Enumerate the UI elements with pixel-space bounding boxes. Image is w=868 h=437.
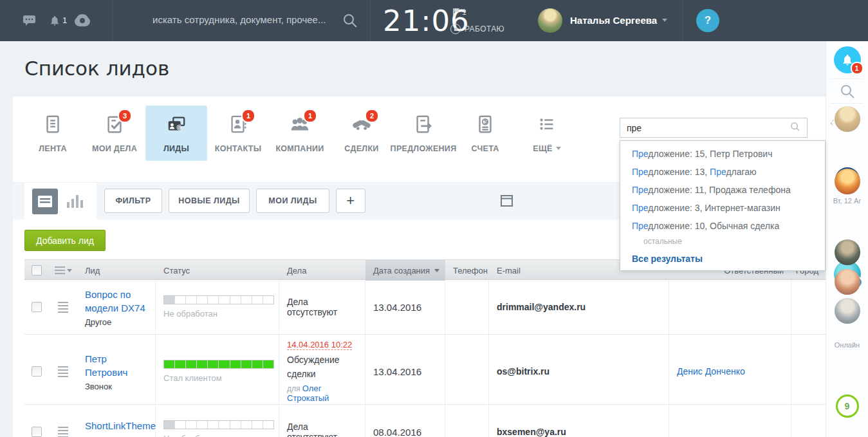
no-activities-text: Дела отсутствуют bbox=[287, 422, 357, 437]
notifications-bell-icon[interactable] bbox=[49, 14, 60, 30]
tab-quotes[interactable]: ПРЕДЛОЖЕНИЯ bbox=[392, 106, 454, 161]
created-date-cell: 08.04.2016 bbox=[365, 405, 445, 437]
stop-icon bbox=[450, 24, 461, 34]
city-cell bbox=[791, 280, 826, 334]
list-view-button[interactable] bbox=[32, 189, 58, 214]
sidebar-user-avatar[interactable] bbox=[835, 169, 860, 194]
row-actions-menu-icon[interactable] bbox=[58, 302, 68, 313]
sidebar-user-avatar[interactable] bbox=[835, 298, 860, 324]
invoices-icon: S bbox=[474, 114, 497, 137]
tab-label: МОИ ДЕЛА bbox=[92, 144, 137, 153]
topbar-divider bbox=[682, 0, 683, 41]
user-name: Наталья Сергеева bbox=[570, 15, 657, 26]
row-checkbox[interactable] bbox=[32, 366, 42, 377]
column-header-created-label: Дата создания bbox=[373, 266, 430, 275]
email-cell: bxsemen@ya.ru bbox=[489, 405, 669, 437]
crm-search-icon[interactable] bbox=[790, 122, 800, 134]
add-preset-button[interactable]: + bbox=[336, 189, 365, 213]
activity-datetime-link[interactable]: 14.04.2016 10:22 bbox=[287, 340, 352, 350]
activity-cell: 14.04.2016 10:22Обсуждение сделкидля Оле… bbox=[279, 335, 365, 408]
table-row: Вопрос по модели DX74Другое Не обработан… bbox=[24, 280, 826, 335]
chart-view-button[interactable] bbox=[67, 195, 83, 208]
tab-badge: 1 bbox=[241, 109, 255, 123]
row-actions-menu-icon[interactable] bbox=[58, 427, 68, 437]
column-header-status[interactable]: Статус bbox=[156, 260, 279, 281]
sidebar-user-avatar[interactable] bbox=[835, 106, 860, 132]
plan-flag[interactable]: 1 bbox=[453, 8, 466, 17]
tab-my-tasks[interactable]: 3 МОИ ДЕЛА bbox=[84, 106, 145, 161]
preset-my-leads-button[interactable]: МОИ ЛИДЫ bbox=[256, 189, 329, 213]
sidebar-divider bbox=[831, 79, 863, 79]
activity-cell: Дела отсутствуют bbox=[279, 405, 365, 437]
search-suggestion[interactable]: Предложение: 11, Продажа телефона bbox=[620, 181, 825, 199]
global-search-input[interactable]: искать сотрудника, документ, прочее... bbox=[152, 14, 326, 25]
tab-badge: 2 bbox=[365, 109, 379, 123]
sidebar-search-icon[interactable] bbox=[840, 84, 855, 102]
sidebar-notifications-button[interactable]: 1 bbox=[834, 46, 861, 73]
column-header-phone[interactable]: Телефон bbox=[445, 260, 489, 281]
status-label: Не обработан bbox=[163, 434, 271, 437]
work-status-label: РАБОТАЮ bbox=[465, 24, 504, 33]
view-toggle bbox=[24, 183, 97, 219]
tab-leads[interactable]: @ ЛИДЫ bbox=[145, 106, 207, 161]
quotes-icon bbox=[412, 114, 435, 137]
sidebar-user-avatar[interactable] bbox=[835, 269, 860, 295]
tab-invoices[interactable]: S СЧЕТА bbox=[454, 106, 516, 161]
chat-icon[interactable] bbox=[23, 15, 35, 29]
row-actions-menu-icon[interactable] bbox=[58, 366, 68, 377]
crm-search-input[interactable]: пре bbox=[620, 118, 808, 138]
sidebar-divider bbox=[831, 103, 863, 104]
tab-contacts[interactable]: 1 КОНТАКТЫ bbox=[207, 106, 269, 161]
online-users-counter[interactable]: 9 bbox=[836, 395, 859, 418]
calendar-icon[interactable] bbox=[501, 195, 513, 209]
bitrix24-crm-screen: 1 искать сотрудника, документ, прочее...… bbox=[0, 0, 868, 437]
global-search-icon[interactable] bbox=[342, 13, 358, 31]
drive-cloud-icon[interactable] bbox=[75, 14, 90, 29]
svg-text:@: @ bbox=[176, 123, 181, 129]
search-suggestion[interactable]: Предложение: 13, Предлагаю bbox=[620, 163, 825, 181]
tab-label: КОМПАНИИ bbox=[275, 144, 324, 153]
sort-desc-icon bbox=[434, 269, 439, 272]
row-checkbox[interactable] bbox=[32, 427, 42, 437]
help-button[interactable]: ? bbox=[696, 9, 719, 32]
svg-text:S: S bbox=[484, 118, 488, 125]
city-cell bbox=[791, 405, 826, 437]
preset-new-leads-button[interactable]: НОВЫЕ ЛИДЫ bbox=[169, 189, 250, 213]
lead-link[interactable]: Петр Петрович bbox=[85, 352, 147, 379]
add-lead-button[interactable]: Добавить лид bbox=[24, 230, 106, 251]
more-icon bbox=[535, 114, 559, 137]
leads-icon: @ bbox=[165, 114, 188, 137]
lead-source: Другое bbox=[85, 317, 147, 327]
select-all-checkbox[interactable] bbox=[32, 265, 42, 275]
activity-cell: Дела отсутствуют bbox=[279, 280, 365, 334]
column-header-activities[interactable]: Дела bbox=[279, 260, 365, 281]
status-label: Не обработан bbox=[163, 309, 271, 319]
deals-icon: 2 bbox=[350, 114, 373, 137]
column-header-created-sorted[interactable]: Дата создания bbox=[365, 260, 445, 281]
topbar: 1 искать сотрудника, документ, прочее...… bbox=[0, 0, 868, 41]
all-results-link[interactable]: Все результаты bbox=[620, 249, 825, 265]
right-sidebar: 1 24 Вт, 12 Аг 9 Онлайн + bbox=[826, 41, 868, 437]
table-settings-menu[interactable] bbox=[55, 266, 72, 274]
search-suggestion[interactable]: Предложение: 10, Обычная сделка bbox=[620, 217, 825, 235]
activity-person-link[interactable]: Олег Строкатый bbox=[287, 384, 329, 403]
companies-icon: 1 bbox=[288, 114, 311, 137]
work-status-toggle[interactable]: РАБОТАЮ bbox=[450, 24, 504, 34]
tab-companies[interactable]: 1 КОМПАНИИ bbox=[269, 106, 331, 161]
lead-link[interactable]: Вопрос по модели DX74 bbox=[85, 288, 147, 315]
tab-label: КОНТАКТЫ bbox=[215, 144, 261, 153]
column-header-lead[interactable]: Лид bbox=[77, 260, 156, 281]
tab-more[interactable]: ЕЩЁ bbox=[516, 106, 578, 161]
search-suggestion[interactable]: Предложение: 15, Петр Петрович bbox=[620, 145, 825, 163]
user-menu[interactable]: Наталья Сергеева bbox=[570, 15, 667, 26]
row-checkbox[interactable] bbox=[32, 302, 42, 312]
search-suggestion[interactable]: Предложение: 3, Интернет-магазин bbox=[620, 199, 825, 217]
suggestions-more[interactable]: остальные bbox=[620, 235, 825, 249]
filter-button[interactable]: ФИЛЬТР bbox=[104, 189, 162, 213]
user-avatar[interactable] bbox=[538, 8, 562, 33]
sidebar-user-avatar[interactable] bbox=[835, 239, 860, 265]
tab-feed[interactable]: ЛЕНТА bbox=[22, 106, 84, 161]
tab-deals[interactable]: 2 СДЕЛКИ bbox=[331, 106, 392, 161]
responsible-link[interactable]: Денис Донченко bbox=[677, 366, 783, 377]
lead-link[interactable]: ShortLinkTheme bbox=[85, 419, 147, 432]
